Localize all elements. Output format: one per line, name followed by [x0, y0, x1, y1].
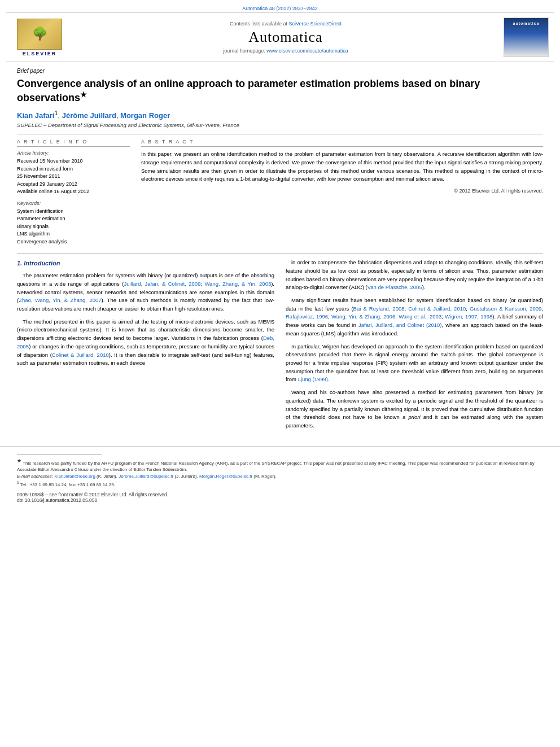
journal-thumb-label: automatica [513, 21, 540, 25]
author-morgan: Morgan Roger [120, 111, 170, 120]
author-jerome: Jérôme Juillard [62, 111, 116, 120]
footnote-star: ★ [17, 458, 21, 464]
ref-wang-2006[interactable]: Wang, Yin, & Zhang, 2006 [331, 313, 395, 320]
copyright-footer: 0005-1098/$ – see front matter © 2012 El… [17, 492, 543, 503]
ref-bai-2008[interactable]: Bai & Reyland, 2008 [353, 305, 405, 312]
keywords-section: Keywords: System identification Paramete… [17, 200, 130, 246]
email-label: E-mail addresses: [17, 474, 53, 479]
abstract-col: A B S T R A C T In this paper, we presen… [141, 139, 543, 246]
email1[interactable]: KianJafari@ieee.org [54, 474, 95, 479]
authors-line: Kian Jafari1, Jérôme Juillard, Morgan Ro… [17, 110, 543, 120]
body-col-right: in order to compensate the fabrication d… [286, 259, 543, 435]
intro-para-3: in order to compensate the fabrication d… [286, 259, 543, 292]
intro-para-1: The parameter estimation problem for sys… [17, 272, 274, 313]
section1-title: 1. Introduction [17, 259, 274, 268]
intro-para-5: In particular, Wigren has developed an a… [286, 343, 543, 385]
homepage-line: journal homepage: www.elsevier.com/locat… [79, 48, 492, 54]
intro-para-4: Many significant results have been estab… [286, 296, 543, 338]
doi-footer: doi:10.1016/j.automatica.2012.05.050 [17, 497, 97, 503]
affiliation: SUPELEC – Department of Signal Processin… [17, 122, 543, 128]
homepage-url[interactable]: www.elsevier.com/locate/automatica [266, 48, 348, 54]
history-text: Received 15 November 2010 Received in re… [17, 158, 130, 196]
keywords-label: Keywords: [17, 200, 130, 206]
footer-tel-text: Tel.: +33 1 69 85 14 24; fax: +33 1 69 8… [20, 482, 115, 487]
history-label: Article history: [17, 150, 130, 156]
paper-title: Convergence analysis of an online approa… [17, 77, 543, 105]
ref-gustafsson-2009[interactable]: Gustafsson & Karlsson, 2009 [470, 305, 541, 312]
ref-jafari-2010[interactable]: Jafari, Juillard, and Colinet (2010) [358, 322, 441, 328]
body-columns: 1. Introduction The parameter estimation… [17, 259, 543, 435]
copyright-line: © 2012 Elsevier Ltd. All rights reserved… [141, 188, 543, 194]
article-info-header: A R T I C L E I N F O [17, 139, 130, 147]
ref-zhao-2007[interactable]: Zhao, Wang, Yin, & Zhang, 2007 [19, 297, 101, 303]
author-kian: Kian Jafari [17, 111, 54, 120]
doi-line: Automatica 48 (2012) 2837–2842 [11, 3, 549, 12]
ref-ljung-1999[interactable]: Ljung (1999) [298, 376, 328, 382]
email2-name: (J. Juillard), [175, 474, 198, 479]
ref-wigren-1997[interactable]: Wigren, 1997, 1998 [445, 313, 492, 320]
journal-name: Automatica [79, 29, 492, 46]
ref-colinet-2010b[interactable]: Colinet & Juillard, 2010 [408, 305, 466, 312]
journal-banner: 🌳 ELSEVIER Contents lists available at S… [6, 12, 554, 62]
sciverse-link[interactable]: SciVerse ScienceDirect [289, 21, 342, 27]
journal-header: Automatica 48 (2012) 2837–2842 [0, 0, 560, 12]
footer-sup1: 1 [17, 480, 19, 484]
doi-text: Automatica 48 (2012) 2837–2842 [242, 6, 318, 11]
page: Automatica 48 (2012) 2837–2842 🌳 ELSEVIE… [0, 0, 560, 747]
article-columns: A R T I C L E I N F O Article history: R… [17, 139, 543, 246]
journal-thumb: automatica [504, 18, 549, 57]
intro-para-2: The method presented in this paper is ai… [17, 318, 274, 368]
divider-2 [17, 254, 543, 254]
ref-colinet-2010a[interactable]: Colinet & Juillard, 2010 [52, 352, 109, 358]
divider-1 [17, 134, 543, 134]
article-info: A R T I C L E I N F O Article history: R… [17, 139, 130, 246]
intro-para-6: Wang and his co-authors have also presen… [286, 388, 543, 430]
email2[interactable]: Jerome.Juillard@supelec.fr [119, 474, 173, 479]
ref-juillard-2009[interactable]: Juillard, Jafari, & Colinet, 2009 [124, 281, 200, 287]
footnote-divider [17, 455, 102, 455]
contents-line: Contents lists available at SciVerse Sci… [79, 21, 492, 27]
ref-wang-2003[interactable]: Wang, Zhang, & Yin, 2003 [205, 281, 272, 287]
sup1: 1 [54, 110, 58, 116]
ref-rafaj-1996[interactable]: Rafajlowicz, 1996 [286, 313, 328, 320]
logo-tree-icon: 🌳 [32, 27, 47, 41]
title-star: ★ [80, 90, 87, 99]
ref-plassche-2005[interactable]: Van de Plassche, 2005 [368, 284, 422, 290]
ref-wang-2003b[interactable]: Wang et al., 2003 [399, 313, 441, 320]
journal-center: Contents lists available at SciVerse Sci… [68, 21, 504, 54]
ref-deb-2005[interactable]: Deb, 2005 [17, 335, 274, 350]
email3[interactable]: Morgan.Roger@supelec.fr [199, 474, 252, 479]
page-footer: ★ This research was partly funded by the… [0, 446, 560, 505]
footer-star-note: ★ This research was partly funded by the… [17, 457, 543, 474]
main-content: Brief paper Convergence analysis of an o… [0, 62, 560, 440]
footnote-text: This research was partly funded by the A… [17, 460, 535, 472]
abstract-text: In this paper, we present an online iden… [141, 150, 543, 184]
keywords-text: System identification Parameter estimati… [17, 208, 130, 246]
logo-box: 🌳 [17, 19, 62, 50]
issn-text: 0005-1098/$ – see front matter © 2012 El… [17, 492, 168, 497]
body-col-left: 1. Introduction The parameter estimation… [17, 259, 274, 435]
footer-tel: 1 Tel.: +33 1 69 85 14 24; fax: +33 1 69… [17, 480, 543, 488]
elsevier-text: ELSEVIER [23, 51, 57, 56]
footer-emails: E-mail addresses: KianJafari@ieee.org (K… [17, 473, 543, 480]
email3-name: (M. Roger). [253, 474, 276, 479]
abstract-header: A B S T R A C T [141, 139, 543, 147]
elsevier-logo: 🌳 ELSEVIER [11, 19, 68, 56]
paper-type: Brief paper [17, 68, 543, 74]
email1-name: (K. Jafari), [97, 474, 117, 479]
italics-apriori: a priori [403, 414, 421, 420]
